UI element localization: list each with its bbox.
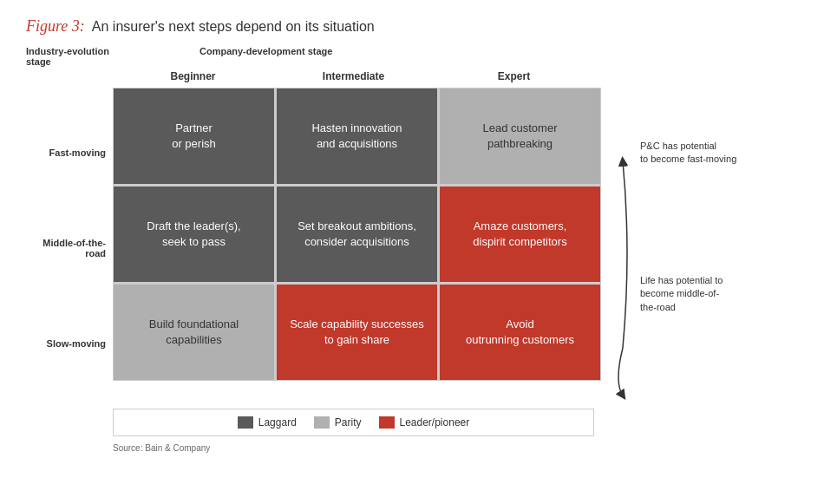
annotation-life: Life has potential tobecome middle-of-th… <box>640 274 744 314</box>
annotation-pc: P&C has potentialto become fast-moving <box>640 140 744 167</box>
cell-fast-intermediate: Hasten innovationand acquisitions <box>277 88 437 184</box>
cell-middle-intermediate: Set breakout ambitions,consider acquisit… <box>277 187 437 282</box>
row-labels: Fast-moving Middle-of-the-road Slow-movi… <box>26 105 113 391</box>
cell-middle-expert: Amaze customers,dispirit competitors <box>440 187 600 282</box>
cell-slow-intermediate: Scale capability successesto gain share <box>277 285 437 380</box>
matrix-grid: Partneror perish Hasten innovationand ac… <box>113 88 601 381</box>
page-container: Figure 3: An insurer's next steps depend… <box>0 0 824 470</box>
left-section: Fast-moving Middle-of-the-road Slow-movi… <box>26 70 601 391</box>
cell-slow-beginner: Build foundationalcapabilities <box>114 285 274 380</box>
figure-title: Figure 3: An insurer's next steps depend… <box>26 17 798 36</box>
figure-label: Figure 3: <box>26 17 85 36</box>
col-headers: Beginner Intermediate Expert <box>113 70 601 88</box>
legend-pioneer: Leader/pioneer <box>379 416 470 429</box>
legend-box-laggard <box>238 416 253 429</box>
grid-section: Beginner Intermediate Expert Partneror p… <box>113 70 601 381</box>
legend-label-pioneer: Leader/pioneer <box>400 416 470 429</box>
cell-fast-beginner: Partneror perish <box>114 88 274 184</box>
source-text: Source: Bain & Company <box>113 443 798 453</box>
legend-box-parity <box>314 416 330 429</box>
legend-label-parity: Parity <box>335 416 362 429</box>
axis-labels: Industry-evolution stage Company-develop… <box>26 46 798 67</box>
right-section: P&C has potentialto become fast-moving L… <box>610 114 766 400</box>
row-label-slow: Slow-moving <box>26 296 113 391</box>
cell-middle-beginner: Draft the leader(s),seek to pass <box>114 187 274 282</box>
row-label-fast: Fast-moving <box>26 105 113 200</box>
cell-fast-expert: Lead customerpathbreaking <box>440 88 600 184</box>
figure-description: An insurer's next steps depend on its si… <box>92 19 375 35</box>
col-header-expert: Expert <box>434 70 594 88</box>
legend-box-pioneer <box>379 416 395 429</box>
legend-parity: Parity <box>314 416 362 429</box>
horizontal-axis-label: Company-development stage <box>199 46 332 67</box>
col-header-intermediate: Intermediate <box>273 70 434 88</box>
legend-laggard: Laggard <box>238 416 297 429</box>
cell-slow-expert: Avoidoutrunning customers <box>440 285 600 380</box>
legend-label-laggard: Laggard <box>258 416 297 429</box>
col-header-beginner: Beginner <box>113 70 273 88</box>
main-content: Fast-moving Middle-of-the-road Slow-movi… <box>26 70 798 400</box>
vertical-axis-label: Industry-evolution stage <box>26 46 113 67</box>
arrow-svg <box>610 114 636 400</box>
legend: Laggard Parity Leader/pioneer <box>113 409 594 436</box>
row-label-middle: Middle-of-the-road <box>26 200 113 296</box>
